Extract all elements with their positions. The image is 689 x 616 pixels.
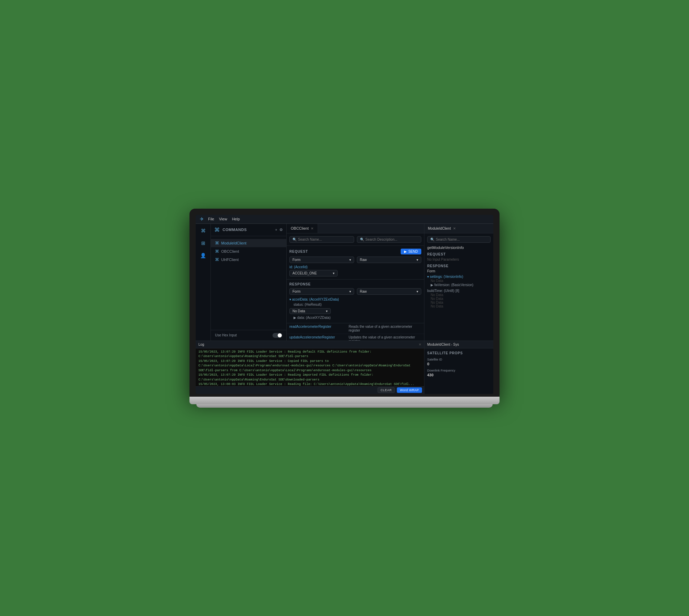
response-section: RESPONSE Form ▾ Raw (287, 280, 424, 323)
no-data-select[interactable]: No Data ▾ (289, 308, 331, 314)
clear-button[interactable]: CLEAR (378, 387, 395, 393)
use-hex-label: Use Hex Input (215, 333, 270, 337)
search-name-wrap: 🔍 (289, 236, 354, 243)
tab-obcclient-label: OBCClient (291, 226, 309, 230)
log-panel: Log ✕ 15/05/2023, 13:07:29 INFO FIDL Loa… (196, 341, 424, 394)
data-sub-label: data: (AccelXYZData) (297, 316, 331, 320)
cmd-row-0[interactable]: readAccelerometerRegister Reads the valu… (287, 323, 424, 334)
format-raw-select[interactable]: Raw ▾ (357, 257, 422, 263)
rp-request-label: REQUEST (427, 252, 491, 256)
sidebar-item-moduleidclient[interactable]: ⌘ ModuleIdClient (211, 239, 286, 247)
fw-label: fwVersion: (BasicVersion) (434, 283, 473, 287)
sidebar-content: ⌘ ModuleIdClient ⌘ OBCClient ⌘ UHFClient (211, 236, 286, 330)
tab-moduleidclient[interactable]: ModuleIdClient ✕ (424, 224, 459, 233)
sidebar-item-obcclient[interactable]: ⌘ OBCClient (211, 247, 286, 255)
center-panel: OBCClient ✕ 🔍 (287, 224, 424, 341)
sidebar-settings-icon[interactable]: ⚙ (279, 228, 283, 232)
log-line-0: 15/05/2023, 13:07:29 INFO FIDL Loader Se… (198, 350, 421, 359)
rp-response-label: RESPONSE (427, 264, 491, 268)
format-raw-chevron: ▾ (417, 258, 418, 262)
rp-no-input: No Input Parameters (427, 258, 491, 261)
sat-header: ModuleIdClient - Sys (424, 341, 493, 348)
log-body: 15/05/2023, 13:07:29 INFO FIDL Loader Se… (196, 348, 424, 386)
rp-no-data-1: No Data (427, 279, 491, 283)
field-id-label: id: (AccelId) (289, 265, 421, 269)
sidebar-item-label-3: UHFClient (221, 258, 239, 262)
fw-chevron: ▶ (431, 283, 434, 287)
no-data-chevron: ▾ (326, 309, 328, 313)
search-row: 🔍 🔍 (287, 233, 424, 246)
resp-raw-select[interactable]: Raw ▾ (357, 288, 422, 295)
field-id-value: ACCELID_ONE (292, 271, 317, 275)
rp-no-data-2: No Data (427, 293, 491, 297)
sidebar-cmd-icon: ⌘ (214, 227, 220, 233)
rp-settings-item: ▾ settings: (VersionInfo) (427, 274, 491, 279)
settings-chevron: ▾ (427, 275, 430, 279)
sat-panel: ModuleIdClient - Sys SATELLITE PROPS Sat… (424, 341, 493, 394)
command-icon[interactable]: ⌘ (199, 227, 207, 235)
search-desc-input[interactable] (366, 238, 419, 241)
request-header: REQUEST ▶ SEND (289, 249, 421, 254)
format-form-chevron: ▾ (349, 258, 351, 262)
word-wrap-button[interactable]: Word WRAP (397, 387, 422, 393)
response-header: RESPONSE (289, 282, 421, 286)
rp-search-wrap: 🔍 (427, 236, 491, 243)
search-name-input[interactable] (298, 238, 351, 241)
resp-form-select[interactable]: Form ▾ (289, 288, 354, 295)
request-section: REQUEST ▶ SEND Form (287, 246, 424, 280)
rp-form-label: Form (427, 269, 491, 273)
cmd-row-1[interactable]: updateAccelerometerRegister Updates the … (287, 334, 424, 341)
send-button[interactable]: ▶ SEND (401, 249, 421, 254)
sidebar-item-label-1: ModuleIdClient (221, 241, 246, 245)
log-close-icon[interactable]: ✕ (419, 343, 421, 346)
panel-body: 🔍 🔍 (287, 233, 424, 341)
log-title: Log (198, 343, 416, 346)
resp-form-chevron: ▾ (349, 290, 351, 293)
sidebar-add-icon[interactable]: + (275, 228, 277, 232)
downlink-freq-value: 430 (427, 373, 491, 377)
main-content: OBCClient ✕ 🔍 (287, 224, 493, 341)
user-icon[interactable]: 👤 (199, 251, 207, 260)
right-panel-body: 🔍 getModuleVersionInfo REQUEST No Input … (424, 233, 493, 341)
rp-build-time: buildTime: (UInt8) [8] (427, 289, 491, 293)
hex-toggle[interactable] (272, 333, 282, 338)
sidebar: ⌘ COMMANDS + ⚙ ⌘ ModuleIdClient (211, 224, 287, 341)
format-raw-label: Raw (360, 258, 367, 262)
menu-file[interactable]: File (208, 217, 214, 221)
right-panel-tabs: ModuleIdClient ✕ (424, 224, 493, 233)
rp-no-data-4: No Data (427, 301, 491, 304)
data-sub-chevron: ▶ (294, 316, 297, 320)
resp-raw-chevron: ▾ (417, 290, 418, 293)
menu-help[interactable]: Help (232, 217, 240, 221)
sidebar-bottom: Use Hex Input (211, 330, 286, 341)
format-form-label: Form (292, 258, 300, 262)
rp-search-input[interactable] (436, 238, 487, 241)
no-data-label: No Data (292, 309, 305, 313)
module-icon: ⌘ (215, 241, 219, 246)
send-label: SEND (408, 250, 418, 253)
uhf-icon: ⌘ (215, 257, 219, 262)
tab-obcclient[interactable]: OBCClient ✕ (287, 224, 318, 233)
format-form-select[interactable]: Form ▾ (289, 257, 354, 263)
toggle-thumb (278, 333, 282, 337)
sidebar-title: COMMANDS (223, 228, 275, 232)
menu-view[interactable]: View (219, 217, 227, 221)
tab-obcclient-close[interactable]: ✕ (311, 227, 313, 230)
sat-props-title: SATELLITE PROPS (427, 351, 491, 355)
grid-icon[interactable]: ⊞ (200, 239, 207, 247)
accel-data-chevron: ▾ (289, 297, 292, 301)
panel-tabs: OBCClient ✕ (287, 224, 424, 233)
data-sub-item: ▶ data: (AccelXYZData) (289, 315, 421, 320)
response-label: RESPONSE (289, 282, 311, 286)
resp-form-label: Form (292, 290, 300, 293)
sidebar-item-uhfclient[interactable]: ⌘ UHFClient (211, 255, 286, 264)
cmd-name-0: readAccelerometerRegister (289, 325, 344, 332)
rp-fw-version: ▶ fwVersion: (BasicVersion) (427, 283, 491, 287)
search-desc-wrap: 🔍 (357, 236, 422, 243)
send-icon: ▶ (404, 250, 407, 253)
rp-method-name: getModuleVersionInfo (427, 246, 491, 250)
search-name-icon: 🔍 (292, 238, 297, 241)
tab-moduleidclient-close[interactable]: ✕ (453, 227, 456, 230)
laptop-base (189, 397, 500, 404)
field-id-select[interactable]: ACCELID_ONE ▾ (289, 270, 338, 276)
